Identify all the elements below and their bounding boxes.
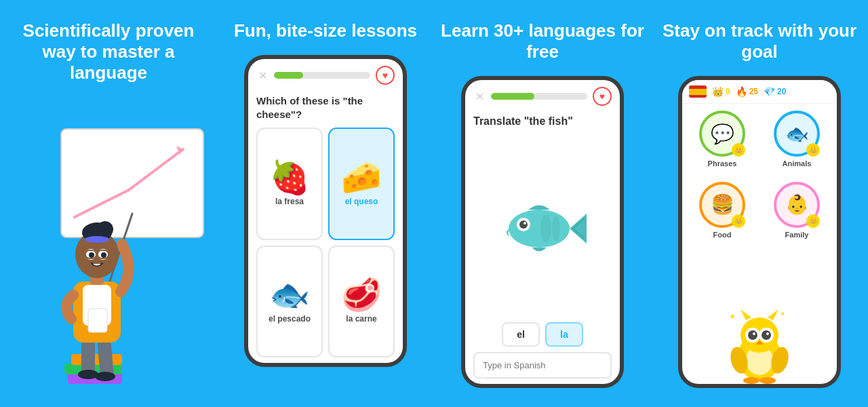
phone-progress-screen: 👑 9 🔥 25 💎 20 💬 👑 Phr [682,80,837,384]
phone-progress-header: 👑 9 🔥 25 💎 20 [682,80,837,104]
crown-badge-food: 👑 [732,214,745,228]
fire-stat: 🔥 25 [736,86,758,97]
category-food[interactable]: 🍔 👑 Food [689,182,755,244]
section4-headline: Stay on track with your goal [658,20,861,62]
svg-point-32 [552,216,560,241]
svg-point-30 [524,222,526,225]
svg-point-9 [95,372,115,381]
options-grid: 🍓 la fresa 🧀 el queso 🐟 el pescado 🥩 la … [256,128,395,357]
word-el[interactable]: el [502,322,540,347]
category-family[interactable]: 👶 👑 Family [764,182,830,244]
phone-quiz: ✕ ♥ Which of these is "the cheese"? 🍓 la… [244,55,407,367]
section3-headline: Learn 30+ languages for free [441,20,644,62]
gem-icon: 💎 [764,86,775,97]
quiz-question: Which of these is "the cheese"? [256,94,395,121]
progress-bar-2 [491,93,587,100]
fire-count: 25 [749,87,758,96]
category-phrases[interactable]: 💬 👑 Phrases [689,111,755,173]
category-circle-food: 🍔 👑 [699,182,745,228]
section-stay-on-track: Stay on track with your goal 👑 9 🔥 25 [651,0,868,407]
queso-label: el queso [345,197,378,206]
section-fun-lessons: Fun, bite-size lessons ✕ ♥ Which of thes… [217,0,434,407]
food-label: Food [713,231,732,239]
quiz-content: Which of these is "the cheese"? 🍓 la fre… [248,89,403,363]
phone-translate-screen: ✕ ♥ Translate "the fish" [465,80,620,384]
heart-icon-2[interactable]: ♥ [593,87,612,106]
section-scientifically-proven: Scientifically proven way to master a la… [0,0,217,407]
svg-point-20 [89,252,94,258]
fire-icon: 🔥 [736,86,747,97]
carne-icon: 🥩 [341,279,382,311]
svg-point-45 [766,332,769,335]
crown-badge-phrases: 👑 [732,143,745,157]
svg-point-16 [97,221,113,237]
crown-count: 9 [726,87,730,96]
progress-bar [274,72,370,79]
family-label: Family [785,231,809,239]
section2-headline: Fun, bite-size lessons [234,20,417,41]
svg-point-8 [78,370,98,379]
pescado-label: el pescado [269,314,311,324]
phone-progress: 👑 9 🔥 25 💎 20 💬 👑 Phr [678,76,841,388]
svg-text:✦: ✦ [780,310,785,317]
svg-rect-5 [71,354,122,365]
categories-grid: 💬 👑 Phrases 🐟 👑 Animals 🍔 👑 [682,104,837,251]
phone-quiz-header: ✕ ♥ [248,59,403,89]
section1-headline: Scientifically proven way to master a la… [14,20,203,84]
svg-point-21 [101,252,106,258]
svg-marker-39 [768,309,778,320]
option-fresa[interactable]: 🍓 la fresa [256,128,323,240]
svg-rect-12 [88,309,107,332]
gem-count: 20 [777,87,786,96]
category-circle-family: 👶 👑 [774,182,820,228]
teacher-illustration [0,109,217,407]
crown-badge-family: 👑 [806,214,820,228]
category-animals[interactable]: 🐟 👑 Animals [764,111,830,173]
svg-point-44 [753,332,755,335]
svg-point-17 [85,236,109,243]
section-learn-languages: Learn 30+ languages for free ✕ ♥ Transla… [434,0,651,407]
word-la[interactable]: la [545,322,583,347]
option-carne[interactable]: 🥩 la carne [328,246,395,358]
category-circle-phrases: 💬 👑 [699,111,745,157]
option-queso[interactable]: 🧀 el queso [328,128,395,240]
option-pescado[interactable]: 🐟 el pescado [256,246,323,358]
phrases-label: Phrases [708,159,737,168]
owl-character: ✦ ✦ [682,251,837,385]
svg-point-50 [760,377,776,384]
close-icon-2[interactable]: ✕ [473,90,486,102]
category-circle-animals: 🐟 👑 [774,111,820,157]
food-icon: 🍔 [711,193,734,216]
fresa-label: la fresa [275,197,304,206]
crown-badge-animals: 👑 [806,143,820,157]
translate-question: Translate "the fish" [473,115,612,128]
gem-stat: 💎 20 [764,86,786,97]
phone-translate-header: ✕ ♥ [465,80,620,110]
type-spanish-input[interactable] [473,352,612,379]
animals-icon: 🐟 [785,123,809,145]
progress-fill [274,72,303,79]
svg-point-49 [743,377,760,384]
phone-translate: ✕ ♥ Translate "the fish" [461,76,624,388]
fish-illustration [473,134,612,322]
spanish-flag-icon [689,85,707,98]
animals-label: Animals [783,159,812,168]
close-icon[interactable]: ✕ [256,69,269,81]
phrases-icon: 💬 [711,123,734,145]
streak-stat: 👑 9 [712,86,730,97]
heart-icon[interactable]: ♥ [376,66,395,85]
progress-fill-2 [491,93,534,100]
svg-marker-38 [741,309,751,320]
svg-point-29 [519,220,528,229]
phone-quiz-screen: ✕ ♥ Which of these is "the cheese"? 🍓 la… [248,59,403,363]
word-buttons: el la [473,322,612,347]
svg-rect-0 [61,129,203,237]
svg-point-42 [748,330,757,340]
svg-point-43 [762,330,771,340]
carne-label: la carne [346,314,376,324]
svg-point-25 [509,210,570,248]
translate-content: Translate "the fish" [465,110,620,384]
queso-icon: 🧀 [341,161,382,194]
svg-text:✦: ✦ [729,312,736,322]
family-icon: 👶 [785,193,809,216]
